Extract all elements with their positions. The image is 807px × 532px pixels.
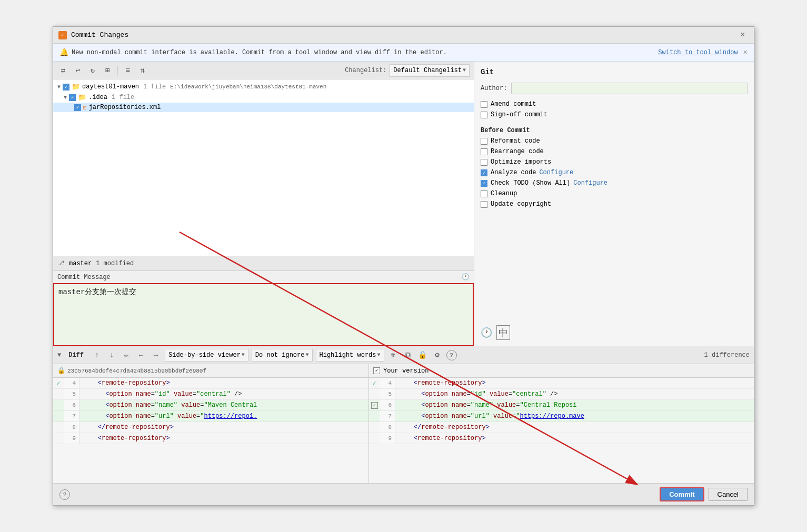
line-content-left-1: <remote-repository> bbox=[79, 379, 368, 387]
folder-icon-1: 📁 bbox=[72, 83, 80, 91]
diff-sync-icon[interactable]: ⧉ bbox=[402, 349, 414, 361]
changelist-dropdown[interactable]: Default Changelist ▼ bbox=[390, 64, 470, 77]
close-button[interactable]: × bbox=[740, 31, 749, 39]
changelist-value: Default Changelist bbox=[393, 67, 462, 74]
rearrange-code-row: Rearrange code bbox=[481, 148, 748, 155]
info-banner-text: 🔔 New non-modal commit interface is avai… bbox=[59, 48, 447, 57]
branch-icon: ⎇ bbox=[57, 259, 65, 267]
diff-panel: ▼ Diff ↑ ↓ ✏ ← → Side-by-side viewer ▼ D… bbox=[53, 346, 754, 483]
sort-icon[interactable]: ≡ bbox=[122, 65, 134, 76]
switch-to-tool-window-link[interactable]: Switch to tool window bbox=[658, 49, 738, 56]
filter-icon[interactable]: ⇅ bbox=[137, 65, 148, 76]
changelist-label: Changelist: bbox=[345, 67, 386, 74]
bottom-action-bar: ? Commit Cancel bbox=[53, 483, 754, 505]
highlight-label: Highlight words bbox=[320, 352, 376, 359]
cleanup-checkbox[interactable] bbox=[481, 190, 487, 197]
amend-commit-row: Amend commit bbox=[481, 101, 748, 108]
git-section-title: Git bbox=[481, 68, 748, 76]
commit-message-input[interactable]: master分支第一次提交 bbox=[53, 283, 474, 346]
viewer-chevron: ▼ bbox=[242, 352, 245, 358]
diff-left-hash: 23c57684bd0fe4c7da424b8815b90bbd0f2e980f bbox=[67, 368, 206, 374]
sign-off-row: Sign-off commit bbox=[481, 111, 748, 118]
diff-down-btn[interactable]: ↓ bbox=[106, 349, 117, 361]
main-window: ✓ Commit Changes × 🔔 New non-modal commi… bbox=[53, 26, 754, 506]
diff-line-left-1: ✓ 4 <remote-repository> bbox=[53, 378, 368, 389]
update-copyright-checkbox[interactable] bbox=[481, 201, 487, 208]
ignore-dropdown[interactable]: Do not ignore ▼ bbox=[252, 349, 313, 362]
line-content-left-6: <remote-repository> bbox=[79, 434, 368, 443]
expand-icon-2: ▼ bbox=[64, 95, 67, 101]
diff-line-right-4: 7 <option name="url" value="https://repo… bbox=[369, 411, 754, 422]
diff-expand-icon[interactable]: ⇈ bbox=[387, 349, 399, 361]
info-icon: 🔔 bbox=[59, 48, 68, 57]
clock-icon: 🕐 bbox=[462, 273, 470, 281]
diff-line-left-2: 5 <option name="id" value="central" /> bbox=[53, 389, 368, 400]
help-button[interactable]: ? bbox=[59, 489, 70, 500]
diff-left: ✓ 4 <remote-repository> 5 <option name="… bbox=[53, 378, 369, 483]
group-icon[interactable]: ⊞ bbox=[102, 65, 113, 76]
line-content-right-1: <remote-repository> bbox=[395, 379, 754, 387]
reformat-code-label: Reformat code bbox=[491, 137, 540, 145]
check-todo-configure[interactable]: Configure bbox=[573, 179, 607, 187]
diff-next-btn[interactable]: → bbox=[150, 349, 162, 361]
tree-item-jar-repositories[interactable]: ✓ ⊡ jarRepositories.xml bbox=[53, 103, 474, 112]
diff-count: 1 difference bbox=[704, 352, 750, 359]
diff-up-btn[interactable]: ↑ bbox=[91, 349, 103, 361]
diff-help-btn[interactable]: ? bbox=[446, 350, 457, 360]
tree-item-idea[interactable]: ▼ ✓ 📁 .idea 1 file bbox=[53, 92, 474, 103]
optimize-imports-label: Optimize imports bbox=[491, 158, 551, 166]
author-input[interactable] bbox=[511, 83, 748, 94]
diff-header-right: ✓ Your version bbox=[369, 364, 754, 377]
line-num-right-1: 4 bbox=[380, 378, 395, 388]
checkbox-idea[interactable]: ✓ bbox=[69, 94, 76, 101]
analyze-code-configure[interactable]: Configure bbox=[539, 169, 573, 176]
diff-lock-icon[interactable]: 🔒 bbox=[417, 349, 429, 361]
line-content-left-3: <option name="name" value="Maven Central bbox=[79, 401, 368, 409]
cancel-button[interactable]: Cancel bbox=[709, 488, 748, 501]
line-marker-left-1: ✓ bbox=[53, 379, 64, 387]
rearrange-code-checkbox[interactable] bbox=[481, 148, 487, 155]
tree-item-count-1: 1 file bbox=[143, 83, 166, 91]
optimize-imports-checkbox[interactable] bbox=[481, 159, 487, 166]
tree-item-name-3: jarRepositories.xml bbox=[89, 104, 161, 111]
analyze-code-row: ✓ Analyze code Configure bbox=[481, 169, 748, 176]
tree-item-daytest01-maven[interactable]: ▼ ✓ 📁 daytest01-maven 1 file E:\ideawork… bbox=[53, 82, 474, 92]
diff-right-checkbox[interactable]: ✓ bbox=[373, 367, 380, 374]
viewer-dropdown[interactable]: Side-by-side viewer ▼ bbox=[165, 349, 248, 362]
commit-button[interactable]: Commit bbox=[660, 487, 704, 501]
checkbox-daytest01-maven[interactable]: ✓ bbox=[63, 84, 69, 91]
line-num-left-1: 4 bbox=[64, 378, 79, 388]
diff-header: 🔒 23c57684bd0fe4c7da424b8815b90bbd0f2e98… bbox=[53, 364, 754, 378]
line-num-left-4: 7 bbox=[64, 411, 79, 421]
checkbox-jar[interactable]: ✓ bbox=[74, 104, 81, 111]
analyze-code-checkbox[interactable]: ✓ bbox=[481, 169, 487, 176]
reformat-code-checkbox[interactable] bbox=[481, 138, 487, 145]
diff-right-label: Your version bbox=[383, 367, 429, 375]
diff-line-right-6: 9 <remote-repository> bbox=[369, 433, 754, 444]
file-tree-toolbar: ⇄ ↩ ↻ ⊞ ≡ ⇅ Changelist: Default Changeli… bbox=[53, 62, 474, 79]
amend-commit-checkbox[interactable] bbox=[481, 101, 487, 108]
sign-off-label: Sign-off commit bbox=[491, 111, 547, 118]
xml-file-icon: ⊡ bbox=[83, 104, 87, 111]
move-icon[interactable]: ⇄ bbox=[57, 65, 69, 76]
tree-item-name-2: .idea bbox=[88, 94, 107, 101]
diff-line-left-3: 6 <option name="name" value="Maven Centr… bbox=[53, 400, 368, 411]
refresh-icon[interactable]: ↻ bbox=[87, 65, 98, 76]
line-marker-right-1: ✓ bbox=[369, 379, 380, 387]
diff-section-collapse: ▼ bbox=[57, 352, 61, 359]
sign-off-checkbox[interactable] bbox=[481, 112, 487, 118]
viewer-label: Side-by-side viewer bbox=[168, 352, 241, 359]
commit-message-label: Commit Message 🕐 bbox=[53, 270, 474, 283]
check-todo-checkbox[interactable]: ✓ bbox=[481, 180, 487, 187]
title-bar-left: ✓ Commit Changes bbox=[58, 31, 128, 39]
diff-edit-btn[interactable]: ✏ bbox=[121, 349, 132, 361]
file-tree: ▼ ✓ 📁 daytest01-maven 1 file E:\ideawork… bbox=[53, 79, 474, 256]
undo-icon[interactable]: ↩ bbox=[72, 65, 84, 76]
info-banner-close[interactable]: × bbox=[743, 48, 748, 57]
diff-toolbar: ▼ Diff ↑ ↓ ✏ ← → Side-by-side viewer ▼ D… bbox=[53, 346, 754, 364]
diff-prev-btn[interactable]: ← bbox=[135, 349, 147, 361]
cleanup-row: Cleanup bbox=[481, 190, 748, 197]
highlight-dropdown[interactable]: Highlight words ▼ bbox=[316, 349, 384, 362]
diff-settings-icon[interactable]: ⚙ bbox=[432, 349, 443, 361]
left-panel: ⇄ ↩ ↻ ⊞ ≡ ⇅ Changelist: Default Changeli… bbox=[53, 62, 474, 346]
